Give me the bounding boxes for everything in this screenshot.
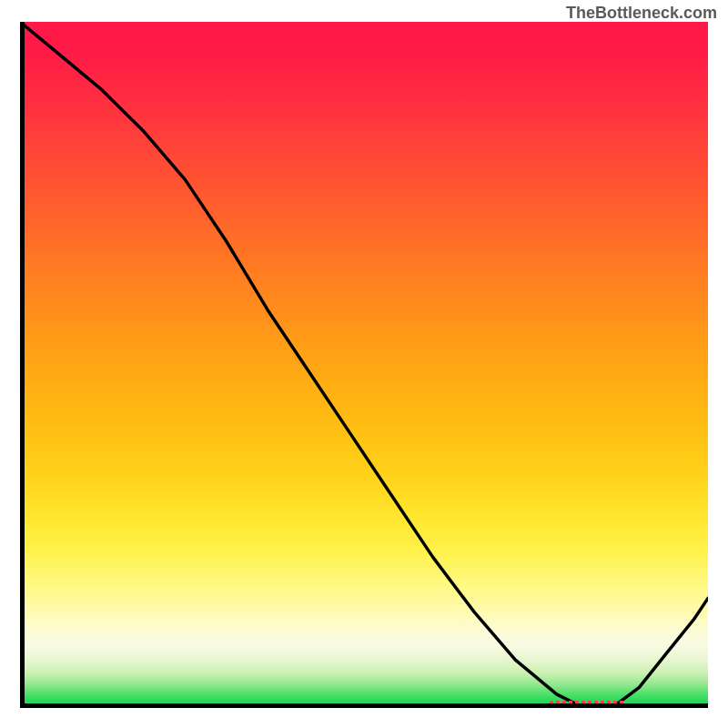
- plot-area: [20, 22, 708, 708]
- chart-container: TheBottleneck.com: [0, 0, 728, 728]
- bottleneck-curve: [20, 22, 708, 708]
- watermark: TheBottleneck.com: [566, 4, 717, 23]
- valley-marker: [550, 701, 625, 706]
